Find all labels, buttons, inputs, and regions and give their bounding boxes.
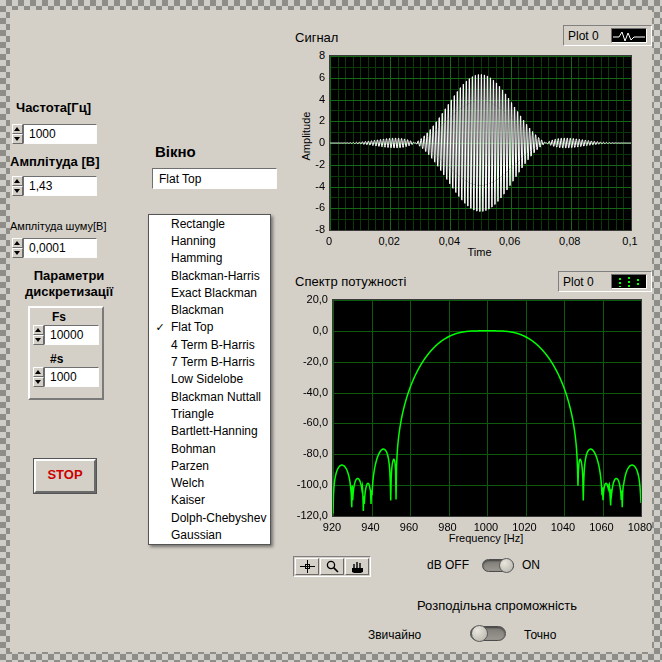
db-on-label: ON — [522, 558, 540, 572]
window-list-item-label: Low Sidelobe — [171, 372, 243, 386]
window-list-item-label: Blackman Nuttall — [171, 390, 261, 404]
window-list-item[interactable]: Exact Blackman — [149, 284, 270, 301]
window-list-item-label: Bohman — [171, 442, 216, 456]
window-list-item[interactable]: Hanning — [149, 232, 270, 249]
signal-x-axis-label: Time — [329, 246, 630, 258]
fs-spinner — [33, 325, 44, 345]
spectrum-x-tick: 1020 — [505, 521, 545, 533]
spectrum-y-tick: -60,0 — [282, 416, 328, 428]
arrow-down-icon — [14, 189, 20, 193]
resolution-right-label: Точно — [524, 628, 556, 642]
sampling-parameters-label: Параметри дискретизації — [10, 268, 128, 300]
window-label: Вікно — [155, 143, 196, 160]
spectrum-y-tick: -100,0 — [282, 478, 328, 490]
window-list-item[interactable]: Triangle — [149, 405, 270, 422]
window-list-item-label: Dolph-Chebyshev — [171, 511, 266, 525]
decrement-button[interactable] — [12, 134, 23, 144]
arrow-up-icon — [14, 127, 20, 131]
window-list-item[interactable]: Hamming — [149, 250, 270, 267]
window-list-item[interactable]: Parzen — [149, 457, 270, 474]
signal-x-tick: 0,02 — [369, 235, 409, 247]
magnifier-icon — [325, 560, 340, 573]
window-list-item[interactable]: Blackman-Harris — [149, 267, 270, 284]
arrow-up-icon — [35, 370, 41, 374]
noise-amplitude-input[interactable]: 0,0001 — [23, 238, 97, 258]
signal-y-tick: -4 — [283, 180, 325, 192]
window-list-item[interactable]: Welch — [149, 474, 270, 491]
pan-tool-button[interactable] — [345, 558, 369, 575]
window-list-item[interactable]: 7 Term B-Harris — [149, 353, 270, 370]
signal-y-tick: -8 — [283, 223, 325, 235]
window-list-item[interactable]: Blackman Nuttall — [149, 388, 270, 405]
db-toggle-knob[interactable] — [499, 558, 514, 573]
spectrum-x-tick: 980 — [428, 521, 468, 533]
spectrum-x-tick: 960 — [389, 521, 429, 533]
window-list-item[interactable]: Dolph-Chebyshev — [149, 509, 270, 526]
window-list-item[interactable]: 4 Term B-Harris — [149, 336, 270, 353]
spectrum-x-tick: 920 — [312, 521, 352, 533]
fs-input[interactable]: 10000 — [44, 325, 99, 345]
crosshair-icon — [300, 560, 315, 573]
window-list-item-label: Exact Blackman — [171, 286, 257, 300]
signal-x-tick: 0 — [309, 235, 349, 247]
ns-spinner — [33, 367, 44, 387]
signal-x-tick: 0,08 — [550, 235, 590, 247]
ns-input[interactable]: 1000 — [44, 367, 99, 387]
amplitude-input[interactable]: 1,43 — [23, 176, 97, 196]
signal-y-tick: 4 — [283, 93, 325, 105]
signal-legend[interactable]: Plot 0 — [563, 25, 652, 46]
decrement-button[interactable] — [33, 377, 44, 387]
increment-button[interactable] — [33, 325, 44, 335]
crosshair-tool-button[interactable] — [295, 558, 319, 575]
spectrum-plot-area[interactable] — [332, 299, 642, 517]
spectrum-x-axis-label: Frequency [Hz] — [332, 532, 640, 544]
decrement-button[interactable] — [12, 248, 23, 258]
window-dropdown[interactable]: Flat Top — [152, 168, 277, 189]
window-list-item-label: Triangle — [171, 407, 214, 421]
spectrum-y-tick: -40,0 — [282, 386, 328, 398]
amplitude-control: 1,43 — [12, 176, 97, 196]
hand-icon — [350, 560, 365, 573]
window-list-item[interactable]: Low Sidelobe — [149, 371, 270, 388]
noise-amplitude-control: 0,0001 — [12, 238, 97, 258]
sampling-parameters-line1: Параметри — [10, 268, 128, 284]
window-list-item[interactable]: Rectangle — [149, 215, 270, 232]
decrement-button[interactable] — [12, 186, 23, 196]
increment-button[interactable] — [12, 238, 23, 248]
decrement-button[interactable] — [33, 335, 44, 345]
spectrum-y-tick: 20,0 — [282, 293, 328, 305]
window-list-item[interactable]: Gaussian — [149, 526, 270, 543]
spectrum-legend[interactable]: Plot 0 — [558, 271, 652, 292]
window-list-item-label: Blackman-Harris — [171, 269, 260, 283]
window-list-item-label: Kaiser — [171, 493, 205, 507]
increment-button[interactable] — [33, 367, 44, 377]
db-toggle-switch[interactable] — [482, 559, 514, 572]
window-list-item-label: Rectangle — [171, 217, 225, 231]
signal-plot-area[interactable] — [329, 55, 632, 231]
zoom-tool-button[interactable] — [320, 558, 344, 575]
frequency-input[interactable]: 1000 — [23, 124, 97, 144]
window-list-item[interactable]: Blackman — [149, 301, 270, 318]
signal-legend-label: Plot 0 — [568, 29, 607, 43]
window-list-item-label: Welch — [171, 476, 204, 490]
window-list-item[interactable]: Bartlett-Hanning — [149, 423, 270, 440]
window-list-item[interactable]: ✓Flat Top — [149, 319, 270, 336]
spectrum-x-tick: 1060 — [582, 521, 622, 533]
resolution-toggle-switch[interactable] — [470, 626, 506, 641]
window-list-item[interactable]: Bohman — [149, 440, 270, 457]
window-dropdown-list: RectangleHanningHammingBlackman-HarrisEx… — [148, 214, 271, 545]
spectrum-y-tick: -120,0 — [282, 509, 328, 521]
fs-label: Fs — [52, 310, 66, 324]
stop-button[interactable]: STOP — [34, 459, 96, 493]
increment-button[interactable] — [12, 124, 23, 134]
resolution-toggle-knob[interactable] — [471, 625, 488, 642]
graph-palette — [293, 556, 371, 577]
spectrum-y-tick: -20,0 — [282, 355, 328, 367]
spectrum-x-tick: 1040 — [543, 521, 583, 533]
spectrum-legend-line-icon[interactable] — [611, 274, 647, 289]
signal-chart-title: Сигнал — [295, 30, 338, 45]
signal-legend-line-icon[interactable] — [611, 28, 647, 43]
window-list-item-label: Bartlett-Hanning — [171, 424, 258, 438]
increment-button[interactable] — [12, 176, 23, 186]
window-list-item[interactable]: Kaiser — [149, 492, 270, 509]
